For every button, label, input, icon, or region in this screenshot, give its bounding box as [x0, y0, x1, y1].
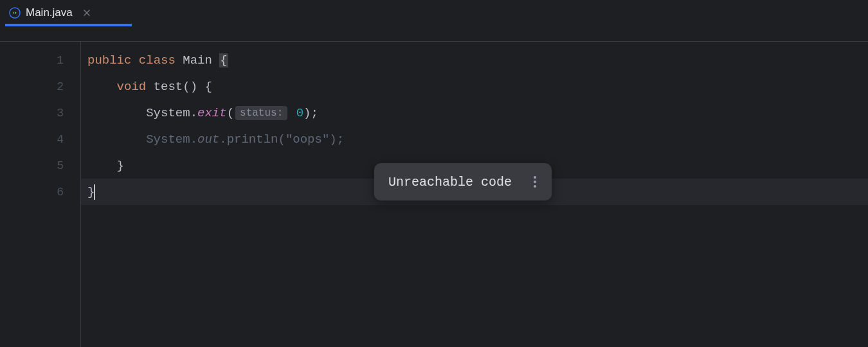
tooltip-message: Unreachable code: [388, 175, 512, 190]
code-area[interactable]: public class Main { void test() { System…: [81, 42, 868, 347]
line-number[interactable]: 5: [0, 152, 80, 179]
line-number[interactable]: 3: [0, 100, 80, 126]
code-line-3[interactable]: System.exit(status: 0);: [81, 100, 868, 126]
code-line-1[interactable]: public class Main {: [81, 47, 868, 73]
code-line-2[interactable]: void test() {: [81, 73, 868, 100]
close-icon[interactable]: [82, 8, 92, 18]
editor-area: 1 2 3 4 5 6 public class Main { void tes…: [0, 42, 868, 347]
file-tab-main-java[interactable]: Main.java: [0, 0, 101, 26]
tab-label: Main.java: [26, 6, 73, 19]
parameter-hint: status:: [235, 106, 287, 120]
line-number[interactable]: 6: [0, 179, 80, 205]
tab-bar: Main.java: [0, 0, 868, 26]
code-line-4[interactable]: System.out.println("oops");: [81, 126, 868, 152]
java-class-icon: [9, 7, 21, 19]
line-number[interactable]: 1: [0, 47, 80, 73]
brace-highlight: {: [219, 53, 228, 67]
caret: [94, 184, 95, 200]
more-actions-icon[interactable]: [530, 174, 540, 190]
line-number[interactable]: 2: [0, 73, 80, 100]
line-number[interactable]: 4: [0, 126, 80, 152]
gutter: 1 2 3 4 5 6: [0, 42, 81, 347]
inspection-tooltip[interactable]: Unreachable code: [374, 163, 552, 200]
